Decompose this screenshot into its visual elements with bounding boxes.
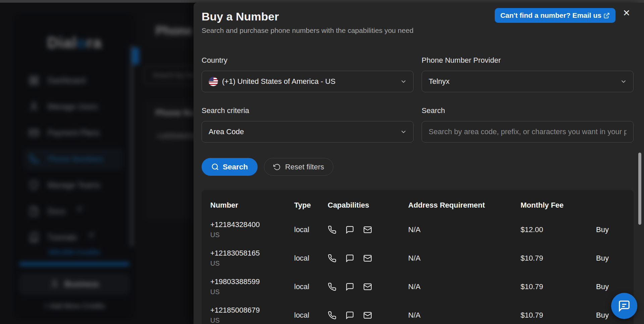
results-table: Number Type Capabilities Address Require…	[202, 190, 634, 324]
criteria-select[interactable]: Area Code	[202, 121, 414, 143]
number-cell: +12183058165 US	[210, 249, 294, 267]
type-cell: local	[294, 225, 328, 234]
modal-subtitle: Search and purchase phone numbers with t…	[202, 26, 634, 35]
email-us-label: Can't find a number? Email us	[500, 11, 601, 19]
search-input[interactable]	[422, 121, 634, 143]
phone-number: +12185008679	[210, 306, 294, 315]
sms-capability-icon	[345, 225, 354, 234]
country-value: (+1) United States of America - US	[222, 77, 335, 86]
buy-number-modal: Buy a Number Search and purchase phone n…	[194, 3, 644, 324]
capabilities-cell	[328, 282, 408, 291]
number-cell: +12184328400 US	[210, 220, 294, 239]
mms-capability-icon	[363, 311, 372, 320]
modal-scrollbar[interactable]	[638, 153, 641, 225]
criteria-label: Search criteria	[202, 106, 414, 115]
country-select[interactable]: (+1) United States of America - US	[202, 71, 414, 92]
criteria-value: Area Code	[209, 127, 244, 136]
search-label: Search	[422, 106, 634, 115]
chevron-down-icon	[400, 128, 407, 136]
fee-cell: $10.79	[521, 311, 596, 320]
us-flag-icon	[209, 77, 218, 86]
reset-filters-label: Reset filters	[285, 163, 324, 171]
provider-value: Telnyx	[429, 77, 449, 86]
top-strip	[0, 0, 644, 3]
col-address: Address Requirement	[408, 201, 521, 210]
buy-button[interactable]: Buy	[596, 311, 609, 320]
form-actions: Search Reset filters	[202, 158, 634, 176]
region: US	[210, 231, 294, 239]
table-header: Number Type Capabilities Address Require…	[210, 199, 625, 212]
buy-button[interactable]: Buy	[596, 225, 609, 234]
mms-capability-icon	[363, 225, 372, 234]
voice-capability-icon	[328, 311, 336, 320]
screen: Dialora Dashboard Manage Users Payment P…	[0, 0, 644, 324]
col-fee: Monthly Fee	[521, 201, 596, 210]
search-form: Country (+1) United States of America - …	[202, 56, 634, 157]
capabilities-cell	[328, 225, 408, 234]
buy-button[interactable]: Buy	[596, 282, 609, 291]
sms-capability-icon	[345, 311, 354, 320]
search-icon	[211, 163, 219, 171]
provider-select[interactable]: Telnyx	[422, 71, 634, 92]
criteria-field-group: Search criteria Area Code	[202, 106, 414, 157]
provider-label: Phone Number Provider	[422, 56, 634, 65]
region: US	[210, 260, 294, 267]
modal-header: Buy a Number Search and purchase phone n…	[202, 3, 634, 35]
address-cell: N/A	[408, 225, 521, 234]
address-cell: N/A	[408, 282, 521, 291]
region: US	[210, 288, 294, 296]
type-cell: local	[294, 311, 328, 320]
buy-button[interactable]: Buy	[596, 254, 609, 263]
type-cell: local	[294, 282, 328, 291]
chevron-down-icon	[620, 78, 627, 85]
close-icon[interactable]: ✕	[623, 9, 630, 18]
phone-number: +12183058165	[210, 249, 294, 258]
chat-bubble-icon	[618, 300, 631, 312]
address-cell: N/A	[408, 254, 521, 263]
search-button-label: Search	[223, 163, 248, 171]
email-us-button[interactable]: Can't find a number? Email us	[495, 8, 615, 23]
type-cell: local	[294, 254, 328, 263]
reset-filters-button[interactable]: Reset filters	[264, 158, 333, 176]
search-button[interactable]: Search	[202, 158, 258, 176]
voice-capability-icon	[328, 282, 336, 291]
address-cell: N/A	[408, 311, 521, 320]
chat-widget-button[interactable]	[611, 293, 637, 319]
fee-cell: $10.79	[521, 282, 596, 291]
capabilities-cell	[328, 311, 408, 320]
sms-capability-icon	[345, 282, 354, 291]
table-row: +19803388599 US local N/A $10.79 Buy	[210, 272, 625, 301]
col-number: Number	[210, 201, 294, 210]
table-row: +12185008679 US local N/A $10.79 Buy	[210, 301, 625, 324]
region: US	[210, 317, 294, 324]
external-link-icon	[603, 12, 610, 19]
voice-capability-icon	[328, 254, 336, 263]
col-type: Type	[294, 201, 328, 210]
voice-capability-icon	[328, 225, 336, 234]
table-row: +12184328400 US local N/A $12.00 Buy	[210, 215, 625, 244]
chevron-down-icon	[400, 78, 407, 85]
sms-capability-icon	[345, 254, 354, 263]
fee-cell: $12.00	[521, 225, 596, 234]
provider-field-group: Phone Number Provider Telnyx	[422, 56, 634, 106]
capabilities-cell	[328, 254, 408, 263]
mms-capability-icon	[363, 282, 372, 291]
col-capabilities: Capabilities	[328, 201, 408, 210]
reset-icon	[273, 163, 281, 171]
mms-capability-icon	[363, 254, 372, 263]
country-field-group: Country (+1) United States of America - …	[202, 56, 414, 106]
phone-number: +19803388599	[210, 277, 294, 286]
number-cell: +12185008679 US	[210, 306, 294, 324]
country-label: Country	[202, 56, 414, 65]
number-cell: +19803388599 US	[210, 277, 294, 296]
fee-cell: $10.79	[521, 254, 596, 263]
phone-number: +12184328400	[210, 220, 294, 229]
table-row: +12183058165 US local N/A $10.79 Buy	[210, 244, 625, 272]
search-field-group: Search	[422, 106, 634, 157]
